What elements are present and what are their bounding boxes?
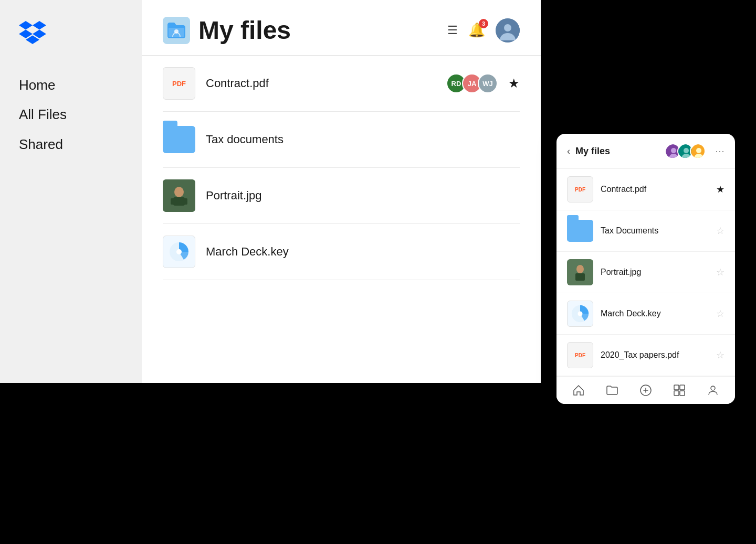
panel-star-tax[interactable]: ☆ xyxy=(716,225,724,237)
file-thumbnail-march-deck xyxy=(163,236,195,268)
file-name-march-deck: March Deck.key xyxy=(206,245,520,259)
sidebar-nav: Home All Files Shared xyxy=(19,76,123,164)
svg-rect-6 xyxy=(173,197,185,206)
svg-point-16 xyxy=(696,148,701,153)
panel-file-name-contract: Contract.pdf xyxy=(601,185,709,194)
panel-file-row[interactable]: Tax Documents ☆ xyxy=(556,210,735,252)
panel-thumb-portrait xyxy=(567,259,593,285)
file-row[interactable]: March Deck.key xyxy=(163,224,520,280)
panel-star-tax-papers[interactable]: ☆ xyxy=(716,349,724,361)
panel-thumb-tax-papers: PDF xyxy=(567,342,593,368)
main-content: My files ☰ 🔔 3 PDF Contract.pdf xyxy=(142,0,541,383)
dropbox-logo[interactable] xyxy=(19,21,46,44)
more-options-icon[interactable]: ⋯ xyxy=(715,145,724,157)
svg-rect-8 xyxy=(183,198,187,205)
svg-point-12 xyxy=(671,148,676,153)
file-list: PDF Contract.pdf RD JA WJ ★ Tax document… xyxy=(142,56,541,280)
file-row[interactable]: Portrait.jpg xyxy=(163,168,520,224)
file-name-portrait: Portrait.jpg xyxy=(206,189,520,202)
user-avatar[interactable] xyxy=(496,18,520,42)
file-row[interactable]: PDF Contract.pdf RD JA WJ ★ xyxy=(163,56,520,112)
panel-nav-add[interactable] xyxy=(639,384,652,397)
svg-rect-26 xyxy=(680,391,685,396)
svg-point-14 xyxy=(684,148,689,153)
panel-file-name-tax: Tax Documents xyxy=(601,226,709,236)
svg-rect-24 xyxy=(680,385,685,390)
file-thumbnail-portrait xyxy=(163,179,195,212)
svg-point-27 xyxy=(711,386,715,390)
header-left: My files xyxy=(163,16,291,45)
panel-title: My files xyxy=(575,146,659,157)
file-name-contract: Contract.pdf xyxy=(206,77,436,90)
panel-nav-photos[interactable] xyxy=(673,384,686,397)
sidebar: Home All Files Shared xyxy=(0,0,142,383)
panel-avatars xyxy=(665,143,706,159)
panel-file-row[interactable]: PDF Contract.pdf ★ xyxy=(556,169,735,210)
sidebar-item-home[interactable]: Home xyxy=(19,76,123,94)
panel-file-row[interactable]: March Deck.key ☆ xyxy=(556,293,735,335)
svg-point-5 xyxy=(174,187,184,197)
mobile-panel: ‹ My files xyxy=(556,134,735,404)
panel-bottom-nav xyxy=(556,376,735,404)
svg-rect-7 xyxy=(171,198,175,205)
panel-thumb-tax xyxy=(567,218,593,244)
svg-point-18 xyxy=(576,265,584,273)
pdf-label: PDF xyxy=(172,80,186,88)
main-header: My files ☰ 🔔 3 xyxy=(142,0,541,56)
panel-file-name-tax-papers: 2020_Tax papers.pdf xyxy=(601,350,709,360)
bell-wrapper[interactable]: 🔔 3 xyxy=(468,22,485,38)
panel-file-row[interactable]: PDF 2020_Tax papers.pdf ☆ xyxy=(556,335,735,376)
folder-header-icon xyxy=(163,17,190,44)
panel-nav-home[interactable] xyxy=(572,384,585,397)
file-row[interactable]: Tax documents xyxy=(163,112,520,168)
svg-point-10 xyxy=(176,249,182,254)
panel-avatar-3 xyxy=(690,143,706,159)
panel-nav-files[interactable] xyxy=(606,384,618,397)
svg-point-21 xyxy=(578,312,583,316)
hamburger-icon[interactable]: ☰ xyxy=(447,24,458,37)
panel-file-name-march-deck: March Deck.key xyxy=(601,309,709,318)
file-thumbnail-contract: PDF xyxy=(163,67,195,100)
sidebar-item-all-files[interactable]: All Files xyxy=(19,105,123,124)
back-arrow-icon[interactable]: ‹ xyxy=(567,146,570,157)
notification-badge: 3 xyxy=(479,19,488,28)
svg-point-2 xyxy=(504,24,511,31)
file-name-tax: Tax documents xyxy=(206,133,520,146)
svg-rect-23 xyxy=(674,385,679,390)
svg-rect-25 xyxy=(674,391,679,396)
panel-nav-profile[interactable] xyxy=(707,384,719,397)
panel-file-row[interactable]: Portrait.jpg ☆ xyxy=(556,252,735,293)
folder-shape xyxy=(163,126,195,153)
file-thumbnail-tax xyxy=(163,123,195,156)
panel-thumb-march-deck xyxy=(567,301,593,327)
panel-star-contract[interactable]: ★ xyxy=(716,184,724,195)
panel-file-name-portrait: Portrait.jpg xyxy=(601,268,709,277)
panel-folder-shape xyxy=(567,220,593,242)
panel-star-march-deck[interactable]: ☆ xyxy=(716,308,724,319)
page-title: My files xyxy=(198,16,291,45)
avatar-wj: WJ xyxy=(478,73,498,93)
avatar-group-contract: RD JA WJ xyxy=(446,73,498,93)
panel-header: ‹ My files xyxy=(556,134,735,169)
panel-thumb-contract: PDF xyxy=(567,176,593,202)
star-contract[interactable]: ★ xyxy=(508,76,520,91)
panel-star-portrait[interactable]: ☆ xyxy=(716,266,724,278)
header-right: ☰ 🔔 3 xyxy=(447,18,520,42)
sidebar-item-shared[interactable]: Shared xyxy=(19,135,123,154)
svg-rect-19 xyxy=(575,273,585,281)
